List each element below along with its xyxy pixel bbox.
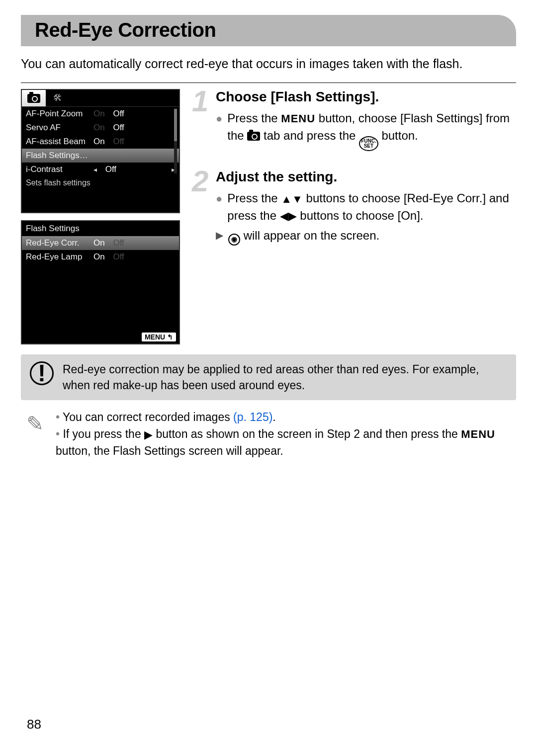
menu-row: AF-Point ZoomOn Off	[22, 107, 179, 121]
bullet-icon: ●	[216, 110, 222, 151]
menu-row-selected: Flash Settings…	[22, 149, 179, 163]
warning-text: Red-eye correction may be applied to red…	[63, 361, 507, 393]
step-number: 1	[192, 84, 208, 118]
step-1: 1 Choose [Flash Settings]. ● Press the M…	[192, 89, 516, 151]
warning-icon: !	[30, 361, 54, 385]
step-2: 2 Adjust the setting. ● Press the ▲▼ but…	[192, 169, 516, 246]
page-number: 88	[27, 717, 41, 732]
pencil-icon: ✎	[23, 409, 47, 439]
step-number: 2	[192, 164, 208, 198]
page-ref-link[interactable]: (p. 125)	[233, 411, 272, 423]
tab-bar: 🛠	[22, 90, 179, 107]
menu-row: AF-assist BeamOn Off	[22, 135, 179, 149]
step-result: ▶ ◉ will appear on the screen.	[216, 227, 516, 245]
menu-back-badge: MENU ↰	[142, 333, 176, 341]
menu-button-icon: MENU	[461, 426, 495, 442]
menu-row: i-Contrast◂ Off▸	[22, 163, 179, 176]
redeye-indicator-icon: ◉	[228, 234, 240, 246]
updown-icon: ▲▼	[281, 191, 303, 207]
result-arrow-icon: ▶	[216, 227, 223, 245]
leftright-icon: ◀▶	[280, 208, 297, 224]
warning-box: ! Red-eye correction may be applied to r…	[21, 354, 516, 400]
menu-row-selected: Red-Eye Corr.On Off	[22, 236, 179, 250]
tip-item: You can correct recorded images (p. 125)…	[56, 409, 514, 425]
step-heading: Choose [Flash Settings].	[216, 89, 516, 105]
camera-icon	[27, 94, 40, 103]
right-arrow-icon: ▶	[144, 427, 153, 443]
tip-item: If you press the ▶ button as shown on th…	[56, 426, 514, 459]
scrollbar	[174, 109, 177, 173]
func-set-icon: FUNC.SET	[359, 136, 378, 151]
menu-row: Red-Eye LampOn Off	[22, 250, 179, 264]
tab-tools-icon: 🛠	[46, 90, 70, 106]
tips-box: ✎ You can correct recorded images (p. 12…	[21, 400, 516, 459]
menu-button-icon: MENU	[281, 111, 315, 127]
step-bullet: ● Press the ▲▼ buttons to choose [Red-Ey…	[216, 190, 516, 225]
step-heading: Adjust the setting.	[216, 169, 516, 185]
tab-shooting-icon	[22, 90, 46, 106]
menu-row: Servo AFOn Off	[22, 121, 179, 135]
divider	[21, 83, 516, 83]
camera-tab-icon	[247, 132, 260, 141]
section-title: Red-Eye Correction	[35, 19, 502, 41]
intro-text: You can automatically correct red-eye th…	[21, 55, 516, 73]
menu-hint: Sets flash settings	[22, 176, 179, 189]
step-bullet: ● Press the MENU button, choose [Flash S…	[216, 110, 516, 151]
bullet-icon: ●	[216, 190, 222, 225]
submenu-title: Flash Settings	[22, 221, 179, 236]
camera-screen-menu: 🛠 AF-Point ZoomOn Off Servo AFOn Off AF-…	[21, 89, 180, 213]
section-title-bar: Red-Eye Correction	[21, 15, 516, 46]
camera-screen-flash-settings: Flash Settings Red-Eye Corr.On Off Red-E…	[21, 220, 180, 344]
